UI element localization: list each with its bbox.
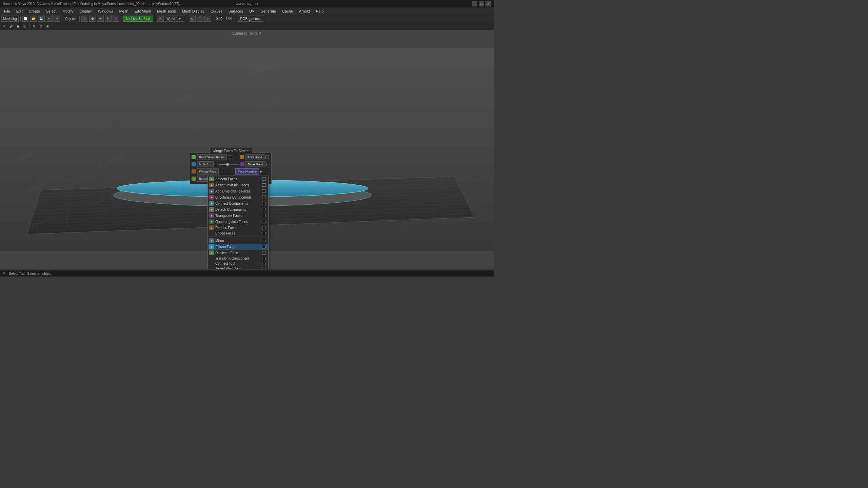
menu-mesh-display[interactable]: Mesh Display xyxy=(179,8,207,14)
detach-components-checkbox[interactable] xyxy=(262,208,265,211)
move-btn[interactable]: ✛ xyxy=(97,16,104,22)
xray-btn[interactable]: X xyxy=(31,23,37,29)
reduce-faces-checkbox[interactable] xyxy=(262,226,265,229)
poke-face-btn[interactable]: Poke Face xyxy=(245,154,264,160)
circularize-checkbox[interactable] xyxy=(262,196,265,199)
menu-select[interactable]: Select xyxy=(43,8,59,14)
dm-reduce-faces[interactable]: ◈ Reduce Faces xyxy=(208,225,268,231)
multi-cut-checkbox[interactable] xyxy=(215,163,218,166)
undo-btn[interactable]: ↩ xyxy=(46,16,53,22)
menu-display[interactable]: Display xyxy=(77,8,95,14)
add-divisions-checkbox[interactable] xyxy=(262,189,265,193)
minimize-button[interactable]: — xyxy=(472,1,477,6)
connect-tool-checkbox[interactable] xyxy=(262,262,265,265)
dm-target-weld[interactable]: Target Weld Tool xyxy=(208,266,268,269)
scale-btn[interactable]: ⤢ xyxy=(113,16,119,22)
connect-components-label: Connect Components xyxy=(215,202,248,205)
snap-curve-btn[interactable]: ⌒ xyxy=(197,16,203,22)
merge-faces-btn[interactable]: Merge Faces To Center xyxy=(210,148,252,154)
dm-smooth-faces[interactable]: ◈ Smooth Faces xyxy=(208,176,268,182)
wedge-face-btn[interactable]: Wedge Face xyxy=(197,168,219,175)
menu-uv[interactable]: UV xyxy=(246,8,257,14)
menu-create[interactable]: Create xyxy=(26,8,43,14)
menu-arnold[interactable]: Arnold xyxy=(296,8,313,14)
dm-quadrangulate[interactable]: ◈ Quadrangulate Faces xyxy=(208,219,268,225)
face-normals-btn[interactable]: Face Normals xyxy=(235,168,259,175)
assign-invisible-checkbox[interactable] xyxy=(262,183,265,187)
triangulate-checkbox[interactable] xyxy=(262,214,265,217)
menu-windows[interactable]: Windows xyxy=(95,8,116,14)
new-scene-btn[interactable]: 📄 xyxy=(22,16,29,22)
connect-components-checkbox[interactable] xyxy=(262,202,265,205)
close-button[interactable]: ✕ xyxy=(486,1,491,6)
save-btn[interactable]: 💾 xyxy=(38,16,45,22)
viewport[interactable]: 人人素材社区 人人素材社区 人人素材社区 人人素材社区 人人素材社区 人人素材社… xyxy=(0,30,494,269)
open-btn[interactable]: 📂 xyxy=(30,16,37,22)
no-live-btn[interactable]: No Live Surface xyxy=(123,16,153,22)
menu-curves[interactable]: Curves xyxy=(208,8,225,14)
duplicate-face-checkbox[interactable] xyxy=(262,251,265,255)
extrude-icon xyxy=(192,177,196,181)
menu-cache[interactable]: Cache xyxy=(279,8,296,14)
poke-checkbox[interactable] xyxy=(265,156,269,159)
wedge-checkbox[interactable] xyxy=(220,170,223,173)
dm-assign-invisible[interactable]: ◈ Assign Invisible Faces xyxy=(208,182,268,188)
menu-generate[interactable]: Generate xyxy=(258,8,279,14)
dm-mirror[interactable]: ◈ Mirror xyxy=(208,238,268,244)
select-tool-btn[interactable]: ↖ xyxy=(1,23,7,29)
dm-circularize[interactable]: ◈ Circularize Components xyxy=(208,194,268,200)
menu-help[interactable]: Help xyxy=(313,8,327,14)
menu-file[interactable]: File xyxy=(1,8,13,14)
gamma-dropdown[interactable]: sRGB gamma xyxy=(237,16,264,22)
menu-mesh[interactable]: Mesh xyxy=(116,8,131,14)
bevel-face-btn[interactable]: Bevel Face xyxy=(245,161,265,167)
dm-triangulate[interactable]: ◈ Triangulate Faces xyxy=(208,212,268,219)
duplicate-face-icon: ◈ xyxy=(209,250,214,255)
dm-transform-component[interactable]: Transform Component xyxy=(208,256,268,261)
paint-select-btn[interactable]: Paint Select Faces xyxy=(197,154,227,160)
dm-duplicate-face[interactable]: ◈ Duplicate Face xyxy=(208,250,268,256)
smooth-faces-checkbox[interactable] xyxy=(262,177,265,181)
soft-select-btn[interactable]: ◎ xyxy=(22,23,28,29)
paint-select-checkbox[interactable] xyxy=(228,156,231,159)
maximize-button[interactable]: □ xyxy=(479,1,484,6)
bridge-faces-checkbox[interactable] xyxy=(262,232,265,235)
menu-mesh-tools[interactable]: Mesh Tools xyxy=(154,8,178,14)
wedge-icon xyxy=(192,169,196,174)
camera-btn[interactable]: ◎ xyxy=(157,16,164,22)
val1-label: 0.00 xyxy=(215,17,223,21)
select-btn[interactable]: ⬡ xyxy=(81,16,88,22)
menu-edit-mesh[interactable]: Edit Mesh xyxy=(132,8,154,14)
target-weld-checkbox[interactable] xyxy=(262,267,265,269)
modeling-dropdown[interactable]: Modeling xyxy=(1,16,19,22)
target-weld-label: Target Weld Tool xyxy=(209,267,240,269)
lasso-btn[interactable]: ⬢ xyxy=(89,16,96,22)
menu-modify[interactable]: Modify xyxy=(60,8,76,14)
dm-connect-components[interactable]: ◈ Connect Components xyxy=(208,200,268,206)
redo-btn[interactable]: ↪ xyxy=(54,16,60,22)
multi-cut-btn[interactable]: Multi-Cut xyxy=(197,161,214,167)
bevel-checkbox[interactable] xyxy=(267,163,270,166)
dm-extract-faces[interactable]: ◈ Extract Faces xyxy=(208,244,268,250)
dm-bridge-faces[interactable]: Bridge Faces xyxy=(208,231,268,236)
snap-point-btn[interactable]: ⊹ xyxy=(204,16,211,22)
circularize-label: Circularize Components xyxy=(215,196,252,199)
menu-edit[interactable]: Edit xyxy=(14,8,25,14)
snap-grid-btn[interactable]: ⊞ xyxy=(189,16,196,22)
dm-detach-components[interactable]: ◈ Detach Components xyxy=(208,206,268,212)
transform-component-checkbox[interactable] xyxy=(262,257,265,260)
isolate-btn[interactable]: ⊙ xyxy=(38,23,44,29)
rotate-btn[interactable]: ↻ xyxy=(105,16,112,22)
multi-cut-slider[interactable] xyxy=(219,164,239,165)
world-dropdown[interactable]: World 1 ▾ xyxy=(165,16,185,22)
show-all-btn[interactable]: ⊕ xyxy=(44,23,51,29)
extract-faces-checkbox[interactable] xyxy=(262,245,265,248)
triangulate-icon: ◈ xyxy=(209,213,214,218)
menu-surfaces[interactable]: Surfaces xyxy=(226,8,246,14)
dm-add-divisions[interactable]: ◈ Add Divisions To Faces xyxy=(208,188,268,194)
sculpt-btn[interactable]: ◉ xyxy=(15,23,21,29)
paint-btn[interactable]: 🖌 xyxy=(8,23,14,29)
dm-connect-tool[interactable]: Connect Tool xyxy=(208,261,268,266)
quadrangulate-checkbox[interactable] xyxy=(262,220,265,223)
mirror-checkbox[interactable] xyxy=(262,239,265,242)
